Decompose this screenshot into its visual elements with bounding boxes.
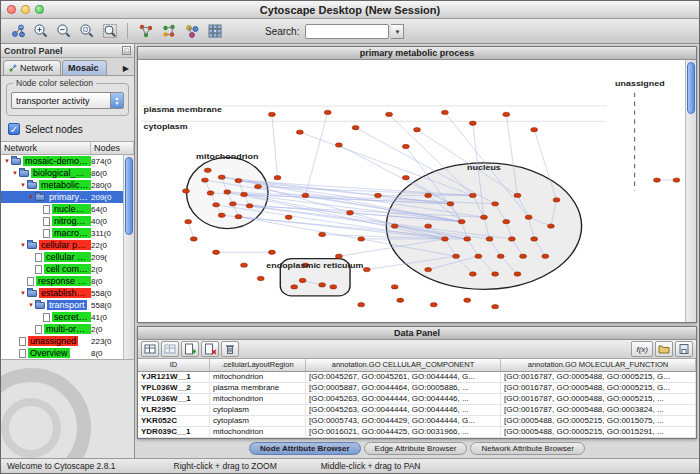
tab-edge-attribute-browser[interactable]: Edge Attribute Browser (364, 442, 468, 455)
unselect-attributes-icon[interactable] (161, 341, 179, 357)
disclosure-triangle-icon[interactable]: ▼ (3, 158, 11, 164)
tree-row[interactable]: response to stimul8(0 (1, 275, 123, 287)
graph-node[interactable] (508, 237, 515, 241)
select-attributes-icon[interactable] (141, 341, 159, 357)
table-cell[interactable]: [GO:0045263, GO:0044444, GO:0044446, ... (306, 394, 501, 404)
graph-node[interactable] (218, 213, 225, 217)
tree-header-network[interactable]: Network (1, 142, 91, 154)
graph-node[interactable] (492, 305, 499, 309)
open-network-icon[interactable] (7, 21, 28, 42)
table-cell[interactable]: [GO:0005887, GO:0044464, GO:0005886, ... (306, 383, 501, 393)
table-cell[interactable]: [GO:0045263, GO:0044444, GO:0044446, ... (306, 405, 501, 415)
tree-row[interactable]: Overview8(0 (1, 347, 123, 359)
graph-node[interactable] (531, 128, 538, 132)
tab-node-attribute-browser[interactable]: Node Attribute Browser (249, 442, 361, 455)
graph-node[interactable] (447, 202, 454, 206)
graph-node[interactable] (224, 190, 231, 194)
tree-row[interactable]: cell communica2(0 (1, 263, 123, 275)
graph-node[interactable] (673, 178, 680, 182)
graph-node[interactable] (374, 193, 381, 197)
graph-node[interactable] (352, 126, 359, 130)
graph-node[interactable] (213, 250, 220, 254)
graph-node[interactable] (531, 237, 538, 241)
graph-node[interactable] (464, 298, 471, 302)
graph-node[interactable] (503, 112, 510, 116)
graph-node[interactable] (441, 237, 448, 241)
graph-node[interactable] (469, 272, 476, 276)
minimize-window-button[interactable] (21, 5, 30, 14)
graph-node[interactable] (257, 276, 264, 280)
graph-node[interactable] (514, 193, 521, 197)
graph-node[interactable] (363, 267, 370, 271)
first-neighbors-icon[interactable] (135, 21, 156, 42)
tree-scrollbar[interactable] (123, 155, 134, 359)
disclosure-triangle-icon[interactable]: ▼ (19, 182, 27, 188)
graph-node[interactable] (335, 143, 342, 147)
tree-row[interactable]: ▼transport558(0 (1, 299, 123, 311)
table-cell[interactable]: cytoplasm (210, 416, 306, 426)
graph-node[interactable] (492, 272, 499, 276)
graph-node[interactable] (391, 285, 398, 289)
graph-node[interactable] (185, 219, 192, 223)
zoom-out-icon[interactable] (53, 21, 74, 42)
window-titlebar[interactable]: Cytoscape Desktop (New Session) (1, 1, 699, 19)
disclosure-triangle-icon[interactable]: ▼ (27, 302, 35, 308)
table-cell[interactable]: mitochondrion (210, 427, 306, 437)
table-cell[interactable]: [GO:0016787, GO:0005488, GO:0003824, ... (501, 405, 696, 415)
table-cell[interactable]: mitochondrion (210, 394, 306, 404)
table-cell[interactable]: [GO:0016787, GO:0005488, GO:0005215, G..… (501, 372, 696, 382)
network-graph[interactable]: plasma membranecytoplasmmitochondrionnuc… (138, 60, 696, 322)
graph-node[interactable] (324, 110, 331, 114)
tree-row[interactable]: ▼metabolic process280(0 (1, 179, 123, 191)
graph-node[interactable] (425, 267, 432, 271)
zoom-window-button[interactable] (35, 5, 44, 14)
graph-node[interactable] (503, 219, 510, 223)
tree-row[interactable]: ▼establishment of lo558(0 (1, 287, 123, 299)
graph-node[interactable] (255, 184, 262, 188)
graph-node[interactable] (241, 192, 248, 196)
graph-node[interactable] (402, 175, 409, 179)
tree-row[interactable]: multi-organism pro2(0 (1, 323, 123, 335)
tree-row[interactable]: macromolecule311(0 (1, 227, 123, 239)
graph-node[interactable] (274, 175, 281, 179)
table-row[interactable]: YDR039C__1mitochondrion[GO:0016021, GO:0… (138, 427, 696, 438)
graph-node[interactable] (553, 198, 560, 202)
graph-node[interactable] (229, 202, 236, 206)
graph-node[interactable] (302, 193, 309, 197)
table-cell[interactable]: YLR295C (138, 405, 210, 415)
table-row[interactable]: YJR121W__1mitochondrion[GO:0045267, GO:0… (138, 372, 696, 383)
graph-node[interactable] (397, 298, 404, 302)
data-panel-title[interactable]: Data Panel (138, 327, 696, 340)
node-color-select[interactable]: transporter activity ▲▼ (11, 92, 124, 109)
disclosure-triangle-icon[interactable]: ▼ (19, 242, 27, 248)
graph-node[interactable] (414, 128, 421, 132)
graph-node[interactable] (481, 215, 488, 219)
table-cell[interactable]: [GO:0016787, GO:0005488, GO:0005215, ... (501, 394, 696, 404)
graph-node[interactable] (218, 175, 225, 179)
table-cell[interactable]: mitochondrion (210, 372, 306, 382)
zoom-selected-icon[interactable] (76, 21, 97, 42)
table-row[interactable]: YPL036W__1mitochondrion[GO:0045263, GO:0… (138, 394, 696, 405)
tab-network-attribute-browser[interactable]: Network Attribute Browser (470, 442, 584, 455)
tree-row[interactable]: nucleobase64(0 (1, 203, 123, 215)
graph-node[interactable] (319, 283, 326, 287)
graph-node[interactable] (347, 211, 354, 215)
graph-node[interactable] (235, 178, 242, 182)
close-window-button[interactable] (7, 5, 16, 14)
graph-node[interactable] (441, 110, 448, 114)
new-attribute-icon[interactable] (181, 341, 199, 357)
tab-network[interactable]: Network (3, 60, 61, 75)
graph-node[interactable] (453, 254, 460, 258)
graph-node[interactable] (386, 112, 393, 116)
graph-node[interactable] (542, 254, 549, 258)
graph-node[interactable] (268, 250, 275, 254)
graph-node[interactable] (492, 202, 499, 206)
table-row[interactable]: YKR052Ccytoplasm[GO:0005743, GO:0044429,… (138, 416, 696, 427)
graph-node[interactable] (525, 215, 532, 219)
table-cell[interactable]: YKR052C (138, 416, 210, 426)
graph-node[interactable] (653, 178, 660, 182)
column-header[interactable]: ID (138, 359, 210, 371)
vizmapper-icon[interactable] (181, 21, 202, 42)
graph-node[interactable] (358, 237, 365, 241)
graph-node[interactable] (469, 121, 476, 125)
